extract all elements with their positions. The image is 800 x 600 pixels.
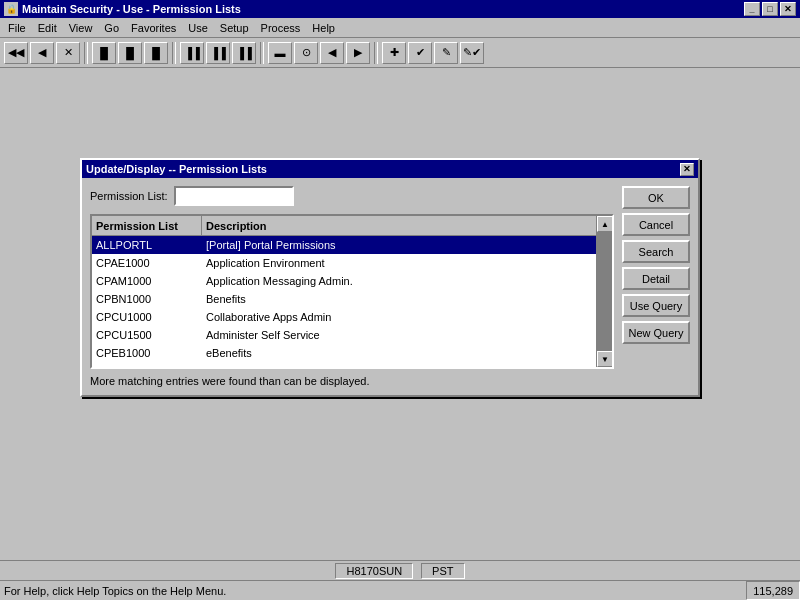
table-row[interactable]: ALLPORTL [Portal] Portal Permissions <box>92 236 612 254</box>
toolbar-btn-6[interactable]: ▐▌ <box>144 42 168 64</box>
main-area: Update/Display -- Permission Lists ✕ Per… <box>0 68 800 560</box>
dialog-close-button[interactable]: ✕ <box>680 163 694 176</box>
more-entries-message: More matching entries were found than ca… <box>90 375 614 387</box>
permission-list-row: Permission List: <box>90 186 690 206</box>
table-row[interactable]: CPAM1000 Application Messaging Admin. <box>92 272 612 290</box>
maximize-button[interactable]: □ <box>762 2 778 16</box>
title-bar: 🔒 Maintain Security - Use - Permission L… <box>0 0 800 18</box>
cell-permission-list: CPBN1000 <box>92 290 202 308</box>
search-button[interactable]: Search <box>622 240 690 263</box>
toolbar-sep-4 <box>374 42 378 64</box>
button-column: OK Cancel Search Detail Use Query New Qu… <box>622 186 690 344</box>
scroll-down-button[interactable]: ▼ <box>597 351 613 367</box>
minimize-button[interactable]: _ <box>744 2 760 16</box>
toolbar: ◀◀ ◀ ✕ ▐▌ ▐▌ ▐▌ ▐▐ ▐▐ ▐▐ ▬ ⊙ ◀ ▶ ✚ ✔ ✎ ✎… <box>0 38 800 68</box>
menu-help[interactable]: Help <box>306 20 341 36</box>
use-query-button[interactable]: Use Query <box>622 294 690 317</box>
scroll-up-button[interactable]: ▲ <box>597 216 613 232</box>
status-bar: For Help, click Help Topics on the Help … <box>0 580 800 600</box>
cell-description: [Portal] Portal Permissions <box>202 236 612 254</box>
toolbar-btn-3[interactable]: ✕ <box>56 42 80 64</box>
toolbar-btn-15[interactable]: ✔ <box>408 42 432 64</box>
detail-button[interactable]: Detail <box>622 267 690 290</box>
toolbar-btn-5[interactable]: ▐▌ <box>118 42 142 64</box>
toolbar-sep-2 <box>172 42 176 64</box>
cell-description: Collaborative Apps Admin <box>202 308 612 326</box>
menu-favorites[interactable]: Favorites <box>125 20 182 36</box>
toolbar-btn-16[interactable]: ✎ <box>434 42 458 64</box>
permission-list-label: Permission List: <box>90 190 168 202</box>
cell-description: Application Environment <box>202 254 612 272</box>
cell-permission-list: ALLPORTL <box>92 236 202 254</box>
table-scrollbar[interactable]: ▲ ▼ <box>596 216 612 367</box>
cell-permission-list: CPAM1000 <box>92 272 202 290</box>
dialog-permission-lists: Update/Display -- Permission Lists ✕ Per… <box>80 158 700 397</box>
toolbar-btn-9[interactable]: ▐▐ <box>232 42 256 64</box>
toolbar-btn-4[interactable]: ▐▌ <box>92 42 116 64</box>
timezone-indicator: PST <box>421 563 464 579</box>
toolbar-sep-1 <box>84 42 88 64</box>
cell-description: Application Messaging Admin. <box>202 272 612 290</box>
app-icon: 🔒 <box>4 2 18 16</box>
dialog-content: Permission List: OK Cancel Search Detail… <box>82 178 698 395</box>
window-controls: _ □ ✕ <box>744 2 796 16</box>
permission-list-input[interactable] <box>174 186 294 206</box>
table-row[interactable]: CPBN1000 Benefits <box>92 290 612 308</box>
server-name: H8170SUN <box>335 563 413 579</box>
table-row[interactable]: CPCU1500 Administer Self Service <box>92 326 612 344</box>
cell-permission-list: CPEB1000 <box>92 344 202 362</box>
coordinates-display: 115,289 <box>746 581 800 600</box>
window-title: Maintain Security - Use - Permission Lis… <box>22 3 744 15</box>
menu-edit[interactable]: Edit <box>32 20 63 36</box>
menu-setup[interactable]: Setup <box>214 20 255 36</box>
ok-button[interactable]: OK <box>622 186 690 209</box>
menu-process[interactable]: Process <box>255 20 307 36</box>
toolbar-btn-10[interactable]: ▬ <box>268 42 292 64</box>
toolbar-sep-3 <box>260 42 264 64</box>
menu-file[interactable]: File <box>2 20 32 36</box>
server-status-bar: H8170SUN PST <box>0 560 800 580</box>
toolbar-btn-17[interactable]: ✎✔ <box>460 42 484 64</box>
toolbar-btn-8[interactable]: ▐▐ <box>206 42 230 64</box>
table-row[interactable]: CPCU1000 Collaborative Apps Admin <box>92 308 612 326</box>
cell-permission-list: CPAE1000 <box>92 254 202 272</box>
close-button[interactable]: ✕ <box>780 2 796 16</box>
menu-view[interactable]: View <box>63 20 99 36</box>
toolbar-btn-13[interactable]: ▶ <box>346 42 370 64</box>
column-header-permission-list: Permission List <box>92 216 202 235</box>
cancel-button[interactable]: Cancel <box>622 213 690 236</box>
menu-go[interactable]: Go <box>98 20 125 36</box>
dialog-title-bar: Update/Display -- Permission Lists ✕ <box>82 160 698 178</box>
table-body[interactable]: ALLPORTL [Portal] Portal Permissions CPA… <box>92 236 612 367</box>
toolbar-btn-11[interactable]: ⊙ <box>294 42 318 64</box>
toolbar-btn-2[interactable]: ◀ <box>30 42 54 64</box>
table-header: Permission List Description <box>92 216 612 236</box>
toolbar-btn-7[interactable]: ▐▐ <box>180 42 204 64</box>
scroll-track <box>597 232 612 351</box>
cell-description: eBenefits <box>202 344 612 362</box>
toolbar-btn-12[interactable]: ◀ <box>320 42 344 64</box>
table-row[interactable]: CPEB1010 eBenefits Administrator <box>92 362 612 367</box>
cell-permission-list: CPCU1000 <box>92 308 202 326</box>
table-row[interactable]: CPAE1000 Application Environment <box>92 254 612 272</box>
dialog-title-text: Update/Display -- Permission Lists <box>86 163 267 175</box>
cell-description: Benefits <box>202 290 612 308</box>
permission-list-table: Permission List Description ALLPORTL [Po… <box>90 214 614 369</box>
new-query-button[interactable]: New Query <box>622 321 690 344</box>
help-text: For Help, click Help Topics on the Help … <box>0 585 746 597</box>
column-header-description: Description <box>202 216 612 235</box>
toolbar-btn-14[interactable]: ✚ <box>382 42 406 64</box>
toolbar-btn-1[interactable]: ◀◀ <box>4 42 28 64</box>
cell-permission-list: CPEB1010 <box>92 362 202 367</box>
menu-bar: File Edit View Go Favorites Use Setup Pr… <box>0 18 800 38</box>
menu-use[interactable]: Use <box>182 20 214 36</box>
cell-description: eBenefits Administrator <box>202 362 612 367</box>
cell-permission-list: CPCU1500 <box>92 326 202 344</box>
cell-description: Administer Self Service <box>202 326 612 344</box>
table-row[interactable]: CPEB1000 eBenefits <box>92 344 612 362</box>
